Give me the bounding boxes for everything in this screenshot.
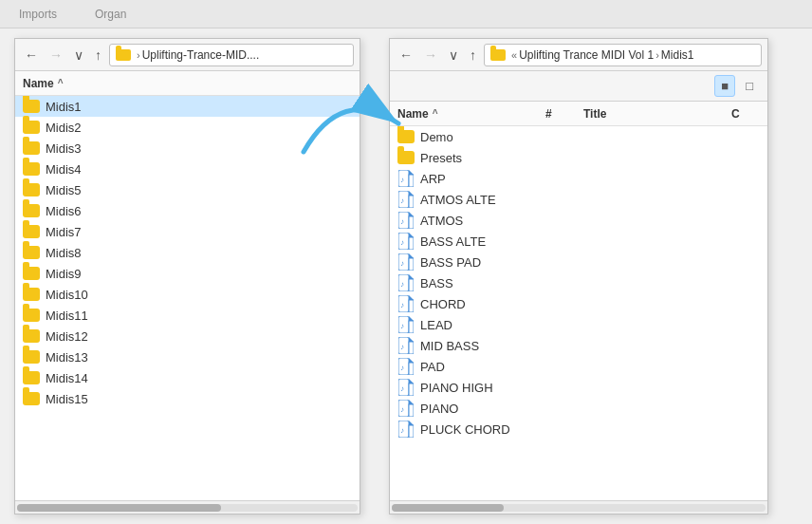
top-left-text: Imports: [19, 8, 57, 21]
view-tiles-button[interactable]: ■: [714, 75, 735, 97]
item-label: PLUCK CHORD: [420, 422, 510, 437]
list-item[interactable]: Midis4: [15, 159, 360, 179]
list-item[interactable]: Demo: [390, 126, 767, 147]
right-col-name[interactable]: Name ^: [397, 107, 545, 121]
right-scrollbar[interactable]: [390, 500, 767, 514]
list-item[interactable]: Midis8: [15, 242, 360, 263]
list-item[interactable]: ♪ PLUCK CHORD: [390, 419, 767, 440]
list-item[interactable]: Midis6: [15, 200, 360, 221]
item-label: BASS: [420, 276, 453, 290]
right-col-title[interactable]: Title: [583, 107, 731, 121]
list-item[interactable]: ♪ LEAD: [390, 314, 767, 335]
list-item[interactable]: Midis7: [15, 221, 360, 242]
list-item[interactable]: Midis5: [15, 179, 360, 200]
svg-text:♪: ♪: [400, 238, 404, 247]
left-file-list[interactable]: Midis1Midis2Midis3Midis4Midis5Midis6Midi…: [15, 96, 360, 500]
list-item[interactable]: Midis10: [15, 284, 360, 305]
svg-text:♪: ♪: [400, 343, 404, 351]
folder-icon: [23, 141, 40, 155]
left-forward-button[interactable]: →: [46, 47, 66, 64]
folder-icon: [23, 225, 40, 238]
right-forward-button[interactable]: →: [420, 47, 441, 64]
item-label: Midis7: [46, 225, 82, 239]
list-item[interactable]: Midis12: [15, 326, 360, 346]
midi-file-icon: ♪: [397, 378, 415, 397]
folder-icon: [23, 350, 40, 364]
list-item[interactable]: Midis13: [15, 346, 360, 367]
right-sort-arrow: ^: [433, 108, 438, 119]
item-label: PAD: [420, 360, 445, 374]
list-item[interactable]: ♪ ATMOS: [390, 210, 767, 231]
folder-icon: [23, 204, 40, 217]
left-folder-icon: [116, 49, 131, 61]
midi-file-icon: ♪: [397, 357, 415, 376]
list-item[interactable]: ♪ PAD: [390, 356, 767, 377]
svg-marker-42: [409, 379, 414, 384]
item-label: ATMOS ALTE: [420, 193, 496, 207]
right-folder-icon: [490, 49, 506, 61]
left-scrollbar-track[interactable]: [17, 504, 358, 512]
list-item[interactable]: Midis15: [15, 388, 360, 409]
svg-rect-19: [409, 258, 414, 271]
svg-text:♪: ♪: [400, 301, 404, 309]
list-item[interactable]: ♪ BASS: [390, 272, 767, 293]
item-label: Midis12: [46, 329, 88, 344]
list-item[interactable]: Midis11: [15, 305, 360, 326]
left-address-path[interactable]: › Uplifting-Trance-MID....: [109, 44, 354, 66]
list-item[interactable]: ♪ PIANO HIGH: [390, 377, 767, 398]
right-address-path[interactable]: « Uplifting Trance MIDI Vol 1 › Midis1: [484, 44, 762, 66]
left-back-button[interactable]: ←: [21, 47, 42, 64]
list-item[interactable]: Midis9: [15, 263, 360, 284]
svg-rect-15: [409, 237, 414, 250]
list-item[interactable]: ♪ ATMOS ALTE: [390, 189, 767, 210]
right-scrollbar-track[interactable]: [392, 504, 766, 512]
item-label: CHORD: [420, 297, 466, 311]
item-label: Midis1: [46, 100, 82, 114]
right-up-button[interactable]: ↑: [466, 47, 480, 64]
left-up-button[interactable]: ↑: [91, 47, 105, 64]
left-scrollbar[interactable]: [15, 500, 360, 514]
svg-rect-35: [409, 342, 414, 354]
list-item[interactable]: Midis3: [15, 138, 360, 159]
midi-file-icon: ♪: [397, 399, 415, 418]
item-label: Midis2: [46, 121, 82, 135]
left-column-header: Name ^: [15, 71, 360, 96]
left-recent-button[interactable]: ∨: [70, 47, 87, 64]
list-item[interactable]: Midis14: [15, 367, 360, 388]
midi-file-icon: ♪: [397, 420, 415, 439]
right-column-header: Name ^ # Title C: [390, 102, 767, 126]
item-label: Presets: [420, 151, 462, 165]
list-item[interactable]: ♪ PIANO: [390, 398, 767, 419]
right-col-hash[interactable]: #: [545, 107, 583, 121]
windows-container: ← → ∨ ↑ › Uplifting-Trance-MID.... Name …: [0, 28, 812, 524]
item-label: ATMOS: [420, 214, 463, 228]
svg-text:♪: ♪: [400, 259, 404, 268]
list-item[interactable]: ♪ ARP: [390, 168, 767, 189]
list-item[interactable]: Midis2: [15, 117, 360, 138]
midi-file-icon: ♪: [397, 253, 415, 271]
list-item[interactable]: Presets: [390, 147, 767, 168]
list-item[interactable]: ♪ MID BASS: [390, 335, 767, 356]
right-file-list[interactable]: DemoPresets ♪ ARP ♪ ATMOS ALTE ♪ ATMOS ♪: [390, 126, 767, 500]
right-recent-button[interactable]: ∨: [445, 47, 462, 64]
view-list-button[interactable]: □: [739, 75, 760, 97]
svg-text:♪: ♪: [400, 384, 404, 393]
svg-rect-7: [409, 196, 414, 208]
svg-marker-22: [409, 274, 414, 279]
list-item[interactable]: ♪ CHORD: [390, 293, 767, 314]
right-back-button[interactable]: ←: [396, 47, 416, 64]
right-address-bar: ← → ∨ ↑ « Uplifting Trance MIDI Vol 1 › …: [390, 39, 767, 71]
svg-rect-23: [409, 279, 414, 291]
list-item[interactable]: ♪ BASS ALTE: [390, 231, 767, 252]
item-label: ARP: [420, 172, 446, 186]
midi-file-icon: ♪: [397, 211, 415, 230]
folder-icon: [397, 151, 415, 164]
folder-icon: [23, 246, 40, 259]
svg-text:♪: ♪: [400, 364, 404, 372]
list-item[interactable]: Midis1: [15, 96, 360, 117]
left-col-name[interactable]: Name ^: [23, 77, 352, 90]
list-item[interactable]: ♪ BASS PAD: [390, 252, 767, 272]
midi-file-icon: ♪: [397, 294, 415, 313]
left-explorer-window: ← → ∨ ↑ › Uplifting-Trance-MID.... Name …: [14, 38, 360, 515]
right-path-part2: Midis1: [661, 48, 694, 62]
